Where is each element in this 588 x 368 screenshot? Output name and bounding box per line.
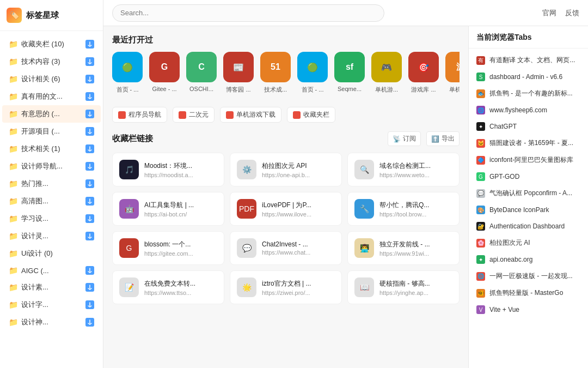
- download-icon[interactable]: [85, 197, 94, 206]
- topbar-link-feedback[interactable]: 反馈: [565, 8, 579, 18]
- bookmark-name: iztro官方文档 | ...: [262, 279, 335, 288]
- right-panel: 当前浏览器Tabs 有 有道翻译 文本、文档、网页... S dashboard…: [468, 26, 588, 368]
- tag-chip-bookmarks-bar[interactable]: 收藏夹栏: [287, 107, 335, 123]
- sidebar-item-tech-related[interactable]: 📁 技术相关 (1): [2, 140, 101, 158]
- download-icon[interactable]: [85, 232, 94, 240]
- subscribe-button[interactable]: 📡 订阅: [388, 131, 421, 146]
- download-icon[interactable]: [85, 283, 94, 292]
- download-icon[interactable]: [85, 300, 94, 309]
- sidebar-item-hot[interactable]: 📁 热门推...: [2, 175, 101, 192]
- download-icon[interactable]: [85, 179, 94, 188]
- recent-item-game1[interactable]: 🎮 单机游...: [371, 52, 402, 94]
- sidebar-item-useful[interactable]: 📁 真有用的文...: [2, 88, 101, 105]
- tab-item-chatgpt[interactable]: ✦ ChatGPT: [469, 118, 588, 135]
- download-icon[interactable]: [85, 92, 94, 101]
- sidebar-item-opensource[interactable]: 📁 开源项目 (...: [2, 123, 101, 140]
- bookmark-text: 柏拉图次元 API https://one-api.b...: [262, 161, 335, 178]
- recent-item-51cto[interactable]: 51 技术成...: [260, 52, 291, 94]
- recent-item-oschi[interactable]: C OSCHI...: [186, 52, 217, 94]
- recent-label: 技术成...: [264, 86, 287, 94]
- tab-item-grab-duck[interactable]: 🐟 抓鱼鸭 - 是一个有趣的新标...: [469, 85, 588, 102]
- tab-item-popconfirm[interactable]: 💬 气泡确认框 Popconfirm - A...: [469, 185, 588, 202]
- recent-item-indie[interactable]: 🎯 游戏库 ...: [408, 52, 439, 94]
- download-icon[interactable]: [85, 162, 94, 171]
- bookmark-text: 硬核指南 - 够高... https://yinghe.ap...: [379, 279, 452, 296]
- bookmark-card-indie-dev[interactable]: 👨‍💻 独立开发前线 - ... https://www.91wi...: [347, 231, 460, 265]
- download-icon[interactable]: [85, 75, 94, 83]
- sidebar-item-design-nav[interactable]: 📁 设计师导航...: [2, 158, 101, 175]
- download-icon[interactable]: [85, 110, 94, 118]
- bookmark-card-moodist[interactable]: 🎵 Moodist：环境... https://moodist.a...: [112, 153, 224, 186]
- download-icon[interactable]: [85, 144, 94, 153]
- recent-item-game2[interactable]: 游 单机游...: [445, 52, 460, 94]
- sidebar-item-design[interactable]: 📁 设计相关 (6): [2, 70, 101, 88]
- sidebar-item-learning[interactable]: 📁 学习设...: [2, 210, 101, 227]
- app-title: 标签星球: [26, 10, 59, 21]
- sidebar-item-label: 设计师导航...: [21, 161, 82, 171]
- tab-item-vite-vue[interactable]: V Vite + Vue: [469, 301, 588, 318]
- bookmark-favicon: 🤖: [119, 199, 139, 219]
- recent-item-blog[interactable]: 📰 博客园 ...: [223, 52, 254, 94]
- download-icon[interactable]: [85, 57, 94, 66]
- sidebar-item-design-ling[interactable]: 📁 设计灵...: [2, 227, 101, 245]
- topbar-link-official[interactable]: 官网: [542, 8, 556, 18]
- sidebar-item-design-elem[interactable]: 📁 设计素...: [2, 279, 101, 296]
- tab-item-dashboard-admin[interactable]: S dashboard - Admin - v6.6: [469, 69, 588, 85]
- bookmark-url: https://www.chat...: [262, 249, 335, 256]
- bookmark-card-batu-api[interactable]: ⚙️ 柏拉图次元 API https://one-api.b...: [230, 153, 342, 186]
- bookmark-url: https://www.ttso...: [144, 289, 217, 296]
- bookmark-card-chat2invest[interactable]: 💬 Chat2Invest - ... https://www.chat...: [230, 231, 342, 265]
- sidebar-item-favorites[interactable]: 📁 收藏夹栏 (10): [2, 35, 101, 53]
- tag-chip-anime[interactable]: 二次元: [173, 107, 215, 123]
- recent-icon: 📰: [223, 52, 254, 82]
- bookmark-card-domain-check[interactable]: 🔍 域名综合检测工... https://www.weto...: [347, 153, 460, 186]
- recent-section: 最近打开过 🟢 首页 - ... G Gitee - ... C OSCHI..…: [112, 35, 460, 96]
- search-input[interactable]: [112, 4, 384, 22]
- bookmark-card-hardcore-guide[interactable]: 📖 硬核指南 - 够高... https://yinghe.ap...: [347, 270, 460, 304]
- tab-item-gpt-god[interactable]: G GPT-GOD: [469, 168, 588, 185]
- tab-item-oneabc[interactable]: ✦ api.oneabc.org: [469, 251, 588, 268]
- folder-icon: 📁: [9, 162, 18, 171]
- tab-item-youdao[interactable]: 有 有道翻译 文本、文档、网页...: [469, 52, 588, 69]
- bookmark-text: 在线免费文本转... https://www.ttso...: [144, 279, 217, 296]
- download-icon[interactable]: [85, 318, 94, 327]
- tab-item-grabduck-lite[interactable]: 🐠 抓鱼鸭轻量版 - MasterGo: [469, 285, 588, 301]
- sidebar-item-ui-design[interactable]: 📁 Ui设计 (0): [2, 245, 101, 262]
- download-icon[interactable]: [85, 40, 94, 49]
- sidebar-nav: 📁 收藏夹栏 (10) 📁 技术内容 (3) 📁 设计相关 (6) 📁 真有用的…: [0, 31, 103, 368]
- tab-item-bytedance-icon[interactable]: 🎨 ByteDance IconPark: [469, 202, 588, 218]
- sidebar-item-tech-content[interactable]: 📁 技术内容 (3): [2, 53, 101, 70]
- recent-item-gitee[interactable]: G Gitee - ...: [149, 52, 180, 94]
- sidebar-item-interesting[interactable]: 📁 有意思的 (...: [2, 105, 101, 123]
- sidebar-item-design-font[interactable]: 📁 设计字...: [2, 296, 101, 313]
- tag-chip-game-download[interactable]: 单机游戏下载: [220, 107, 281, 123]
- bookmark-card-blossom[interactable]: G blossom: 一个... https://gitee.com...: [112, 231, 224, 265]
- bookmark-text: iztro官方文档 | ... https://ziwei.pro/...: [262, 279, 335, 296]
- sidebar-item-hd-img[interactable]: 📁 高清图...: [2, 192, 101, 210]
- recent-icon: 游: [445, 52, 460, 82]
- tab-favicon: 💬: [476, 189, 485, 198]
- tab-item-batu-ai[interactable]: 🌸 柏拉图次元 AI: [469, 234, 588, 251]
- bookmark-card-iztro[interactable]: 🌟 iztro官方文档 | ... https://ziwei.pro/...: [230, 270, 342, 304]
- export-button[interactable]: ⬆️ 导出: [426, 131, 460, 146]
- download-icon[interactable]: [85, 266, 94, 275]
- bookmark-card-help-busy[interactable]: 🔧 帮小忙，腾讯Q... https://tool.brow...: [347, 192, 460, 226]
- bookmark-card-ilovepdf[interactable]: PDF iLovePDF | 为P... https://www.ilove..…: [230, 192, 342, 226]
- tab-item-yiwang[interactable]: 🌐 一网一匠极速版 - 一起发现...: [469, 268, 588, 285]
- download-icon[interactable]: [85, 214, 94, 223]
- bookmark-card-ai-tools[interactable]: 🤖 AI工具集导航 | ... https://ai-bot.cn/: [112, 192, 224, 226]
- folder-icon: 📁: [9, 110, 18, 118]
- recent-item-go2[interactable]: 🟢 首页 - ...: [297, 52, 328, 94]
- recent-item-sf[interactable]: sf Seqme...: [334, 52, 365, 94]
- tab-item-cat-design[interactable]: 🐱 猫圄建设者 - 第1659年 - 夏...: [469, 135, 588, 152]
- tab-item-iconfont[interactable]: 🔷 iconfont-阿里巴巴矢量图标库: [469, 152, 588, 168]
- recent-label: 单机游...: [375, 86, 398, 94]
- tag-chip-programmer-nav[interactable]: 程序员导航: [112, 107, 167, 123]
- tab-item-auth-dashboard[interactable]: 🔐 Authentication Dashboard: [469, 218, 588, 234]
- bookmark-card-text-convert[interactable]: 📝 在线免费文本转... https://www.ttso...: [112, 270, 224, 304]
- tab-item-flysheep[interactable]: 🌐 www.flysheep6.com: [469, 102, 588, 118]
- sidebar-item-aigc[interactable]: 📁 AIGC (...: [2, 262, 101, 279]
- download-icon[interactable]: [85, 127, 94, 136]
- sidebar-item-design-god[interactable]: 📁 设计神...: [2, 313, 101, 331]
- recent-item-go1[interactable]: 🟢 首页 - ...: [112, 52, 143, 94]
